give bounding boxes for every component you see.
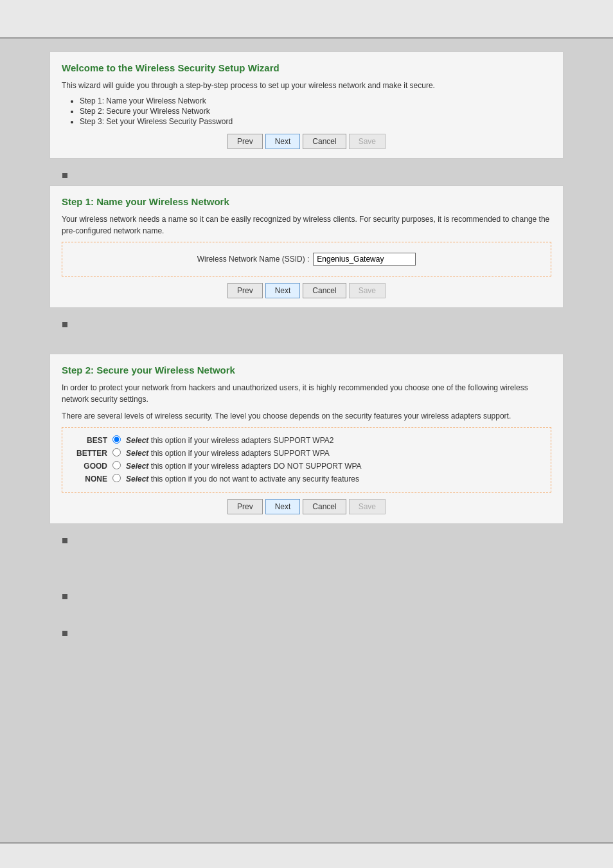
welcome-step-3: Step 3: Set your Wireless Security Passw… bbox=[80, 117, 551, 126]
security-desc-none: Select this option if you do not want to… bbox=[123, 473, 542, 485]
security-option-better: BETTER Select this option if your wirele… bbox=[71, 447, 542, 460]
step1-title: Step 1: Name your Wireless Network bbox=[62, 196, 551, 207]
step2-description1: In order to protect your network from ha… bbox=[62, 382, 551, 405]
step1-prev-button[interactable]: Prev bbox=[227, 283, 263, 298]
step1-description: Your wireless network needs a name so it… bbox=[62, 213, 551, 237]
welcome-save-button: Save bbox=[349, 134, 386, 149]
welcome-next-button[interactable]: Next bbox=[265, 134, 301, 149]
step1-ssid-label: Wireless Network Name (SSID) : bbox=[197, 255, 310, 264]
step2-description2: There are several levels of wireless sec… bbox=[62, 410, 551, 422]
security-radio-better-cell bbox=[110, 447, 123, 460]
security-option-good: GOOD Select this option if your wireless… bbox=[71, 460, 542, 473]
security-desc-better: Select this option if your wireless adap… bbox=[123, 447, 542, 460]
security-radio-better[interactable] bbox=[112, 448, 121, 457]
step2-section: Step 2: Secure your Wireless Network In … bbox=[49, 354, 564, 524]
separator-2 bbox=[62, 322, 67, 327]
step1-save-button: Save bbox=[349, 283, 386, 298]
security-desc-best: Select this option if your wireless adap… bbox=[123, 434, 542, 447]
welcome-title: Welcome to the Wireless Security Setup W… bbox=[62, 62, 551, 73]
welcome-section: Welcome to the Wireless Security Setup W… bbox=[49, 51, 564, 159]
welcome-prev-button[interactable]: Prev bbox=[227, 134, 263, 149]
security-option-none: NONE Select this option if you do not wa… bbox=[71, 473, 542, 485]
separator-4 bbox=[62, 594, 67, 599]
security-option-best: BEST Select this option if your wireless… bbox=[71, 434, 542, 447]
content-area: Welcome to the Wireless Security Setup W… bbox=[30, 39, 583, 656]
security-label-none: NONE bbox=[71, 473, 110, 485]
security-radio-good-cell bbox=[110, 460, 123, 473]
step2-save-button: Save bbox=[349, 499, 386, 514]
welcome-step-1: Step 1: Name your Wireless Network bbox=[80, 96, 551, 105]
welcome-steps-list: Step 1: Name your Wireless Network Step … bbox=[62, 96, 551, 126]
security-label-best: BEST bbox=[71, 434, 110, 447]
step1-ssid-box: Wireless Network Name (SSID) : bbox=[62, 242, 551, 276]
page-container: Welcome to the Wireless Security Setup W… bbox=[0, 0, 613, 868]
security-radio-best-cell bbox=[110, 434, 123, 447]
separator-3 bbox=[62, 538, 67, 543]
top-bar bbox=[0, 0, 613, 39]
security-radio-good[interactable] bbox=[112, 461, 121, 469]
separator-1 bbox=[62, 173, 67, 178]
welcome-cancel-button[interactable]: Cancel bbox=[303, 134, 346, 149]
step1-cancel-button[interactable]: Cancel bbox=[303, 283, 346, 298]
security-radio-best[interactable] bbox=[112, 435, 121, 444]
step2-cancel-button[interactable]: Cancel bbox=[303, 499, 346, 514]
step2-prev-button[interactable]: Prev bbox=[227, 499, 263, 514]
step1-ssid-input[interactable] bbox=[313, 253, 416, 266]
step2-title: Step 2: Secure your Wireless Network bbox=[62, 365, 551, 375]
step1-button-row: Prev Next Cancel Save bbox=[62, 283, 551, 298]
step1-next-button[interactable]: Next bbox=[265, 283, 301, 298]
welcome-step-2: Step 2: Secure your Wireless Network bbox=[80, 107, 551, 116]
separator-5 bbox=[62, 631, 67, 636]
step2-security-box: BEST Select this option if your wireless… bbox=[62, 427, 551, 493]
security-radio-none[interactable] bbox=[112, 474, 121, 482]
welcome-description: This wizard will guide you through a ste… bbox=[62, 80, 551, 91]
step2-button-row: Prev Next Cancel Save bbox=[62, 499, 551, 514]
security-radio-none-cell bbox=[110, 473, 123, 485]
step1-section: Step 1: Name your Wireless Network Your … bbox=[49, 185, 564, 308]
step2-security-table: BEST Select this option if your wireless… bbox=[71, 434, 542, 485]
security-desc-good: Select this option if your wireless adap… bbox=[123, 460, 542, 473]
welcome-button-row: Prev Next Cancel Save bbox=[62, 134, 551, 149]
bottom-bar bbox=[0, 842, 613, 868]
security-label-good: GOOD bbox=[71, 460, 110, 473]
step2-next-button[interactable]: Next bbox=[265, 499, 301, 514]
security-label-better: BETTER bbox=[71, 447, 110, 460]
step1-ssid-row: Wireless Network Name (SSID) : bbox=[71, 249, 542, 269]
